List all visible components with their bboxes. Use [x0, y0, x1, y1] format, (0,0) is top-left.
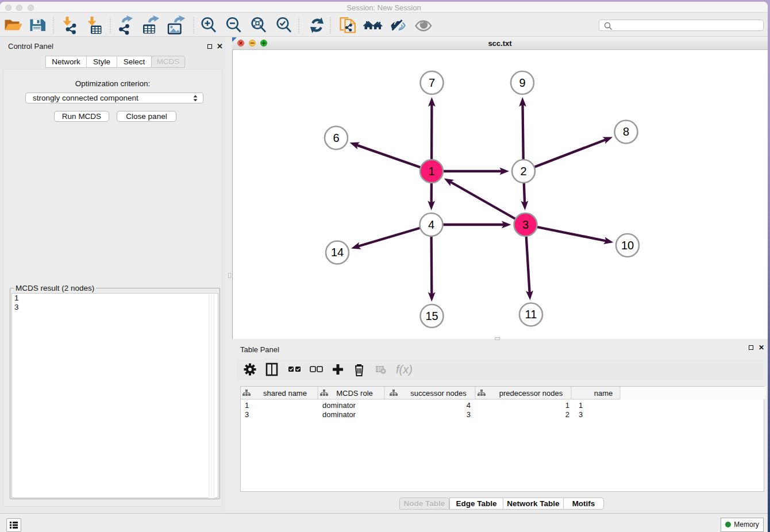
svg-text:shared name: shared name	[263, 389, 307, 398]
svg-text:9: 9	[519, 76, 525, 89]
svg-text:3: 3	[522, 218, 529, 231]
svg-text:14: 14	[331, 246, 344, 259]
svg-text:4: 4	[467, 401, 471, 410]
svg-text:4: 4	[428, 218, 434, 231]
svg-text:6: 6	[333, 132, 339, 144]
svg-text:successor nodes: successor nodes	[410, 389, 467, 398]
svg-text:3: 3	[579, 410, 583, 419]
svg-text:8: 8	[623, 125, 629, 138]
svg-text:11: 11	[525, 308, 537, 321]
svg-text:dominator: dominator	[322, 410, 356, 419]
svg-text:10: 10	[621, 239, 634, 252]
svg-text:1: 1	[245, 401, 249, 410]
svg-text:3: 3	[245, 410, 249, 419]
svg-text:1: 1	[428, 165, 434, 178]
svg-text:dominator: dominator	[322, 401, 356, 410]
svg-text:f(x): f(x)	[396, 363, 413, 376]
svg-text:1: 1	[565, 401, 569, 410]
svg-text:predecessor nodes: predecessor nodes	[499, 389, 563, 398]
svg-text:3: 3	[467, 410, 471, 419]
svg-text:name: name	[594, 389, 613, 398]
svg-text:1: 1	[579, 401, 583, 410]
svg-text:2: 2	[520, 165, 526, 178]
svg-text:2: 2	[565, 410, 569, 419]
svg-text:MCDS role: MCDS role	[336, 389, 373, 398]
svg-text:15: 15	[425, 310, 438, 322]
svg-text:7: 7	[429, 76, 435, 89]
